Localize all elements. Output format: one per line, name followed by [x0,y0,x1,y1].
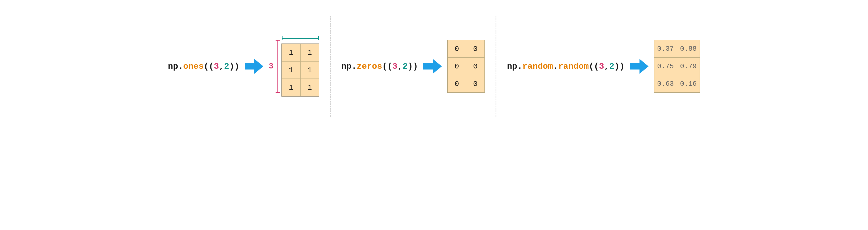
token-cols: 2 [403,62,408,71]
token-dot: . [517,62,522,71]
cell: 1 [282,61,300,79]
token-rows: 3 [599,62,604,71]
token-np: np [341,62,351,71]
cell: 0.75 [654,58,677,75]
matrix-random: 0.37 0.88 0.75 0.79 0.63 0.16 [654,40,700,93]
cell: 1 [282,79,300,96]
matrix-ones: 1 1 1 1 1 1 [281,43,319,97]
col-bracket [282,36,319,40]
token-comma: , [219,62,224,71]
diagram-container: np.ones((3,2)) 3 1 1 1 1 1 1 [168,16,700,117]
arrow-icon [630,58,649,75]
token-dot: . [553,62,558,71]
token-open: (( [589,62,599,71]
cell: 1 [300,61,319,79]
token-rows: 3 [392,62,397,71]
token-close: )) [614,62,624,71]
cell: 0 [447,58,466,75]
cell: 0 [447,75,466,92]
token-dot: . [178,62,183,71]
cell: 0.63 [654,75,677,92]
code-zeros: np.zeros((3,2)) [341,62,418,71]
cell: 1 [300,79,319,96]
token-open: (( [204,62,214,71]
token-comma: , [604,62,609,71]
token-rows: 3 [214,62,219,71]
token-np: np [507,62,517,71]
cell: 1 [300,44,319,61]
cell: 0 [466,40,485,58]
code-ones: np.ones((3,2)) [168,62,240,71]
row-dimension-label: 3 [269,62,274,71]
token-open: (( [382,62,392,71]
token-cols: 2 [609,62,614,71]
arrow-icon [245,58,264,75]
vertical-divider [496,16,496,117]
row-bracket [276,40,280,93]
token-func: random [558,62,589,71]
vertical-divider [330,16,331,117]
token-func: ones [183,62,204,71]
cell: 0.37 [654,40,677,58]
cell: 0 [466,58,485,75]
cell: 0.88 [677,40,700,58]
cell: 0 [447,40,466,58]
code-random: np.random.random((3,2)) [507,62,625,71]
token-close: )) [408,62,418,71]
token-module: random [522,62,553,71]
token-cols: 2 [224,62,229,71]
panel-zeros: np.zeros((3,2)) 0 0 0 0 0 0 [341,40,485,93]
cell: 0.16 [677,75,700,92]
token-dot: . [351,62,356,71]
token-np: np [168,62,178,71]
panel-ones: np.ones((3,2)) 3 1 1 1 1 1 1 [168,36,319,97]
token-func: zeros [357,62,382,71]
matrix-ones-wrap: 3 1 1 1 1 1 1 [269,36,319,97]
cell: 0.79 [677,58,700,75]
matrix-zeros: 0 0 0 0 0 0 [447,40,485,93]
cell: 1 [282,44,300,61]
token-comma: , [397,62,402,71]
matrix-column-group: 1 1 1 1 1 1 [281,36,319,97]
panel-random: np.random.random((3,2)) 0.37 0.88 0.75 0… [507,40,700,93]
token-close: )) [229,62,240,71]
arrow-icon [423,58,442,75]
cell: 0 [466,75,485,92]
